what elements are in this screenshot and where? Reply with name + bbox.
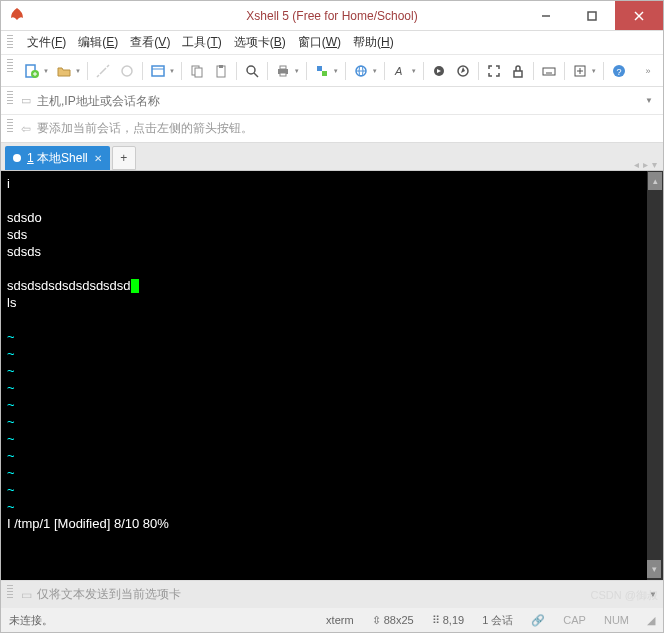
svg-point-15: [247, 66, 255, 74]
app-icon: [7, 6, 27, 26]
menubar: 文件(F)编辑(E)查看(V)工具(T)选项卡(B)窗口(W)帮助(H): [1, 31, 663, 55]
scroll-down-icon[interactable]: ▾: [647, 560, 661, 578]
terminal-line: sdsds: [7, 243, 657, 260]
tab-nav: ◂ ▸ ▾: [634, 159, 663, 170]
new-button[interactable]: [21, 60, 43, 82]
maximize-button[interactable]: [569, 1, 615, 30]
terminal[interactable]: i sdsdosdssdsds sdsdsdsdsdsdsdsdsd ls ~~…: [1, 171, 663, 580]
close-tab-icon[interactable]: ✕: [94, 153, 102, 164]
fullscreen-button[interactable]: [483, 60, 505, 82]
tab-local-shell[interactable]: 1 1 本地Shell本地Shell ✕: [5, 146, 110, 170]
resize-grip-icon[interactable]: ◢: [647, 614, 655, 627]
dropdown-arrow-icon[interactable]: ▼: [641, 96, 657, 105]
properties-button[interactable]: [147, 60, 169, 82]
transfer-button[interactable]: [311, 60, 333, 82]
addtab-button[interactable]: [569, 60, 591, 82]
menu-t[interactable]: 工具(T): [176, 32, 227, 53]
terminal-tilde: ~: [7, 481, 657, 498]
grip-icon: [7, 119, 13, 133]
copy-button[interactable]: [186, 60, 208, 82]
menu-b[interactable]: 选项卡(B): [228, 32, 292, 53]
compass-button[interactable]: [452, 60, 474, 82]
tab-add-button[interactable]: +: [112, 146, 136, 170]
lock-button[interactable]: [507, 60, 529, 82]
send-text: 仅将文本发送到当前选项卡: [37, 586, 181, 603]
status-caps: CAP: [563, 614, 586, 626]
chevron-icon[interactable]: »: [637, 60, 659, 82]
dropdown-arrow-icon[interactable]: ▼: [411, 68, 417, 74]
grip-icon: [7, 59, 13, 73]
hint-text: 要添加当前会话，点击左侧的箭头按钮。: [37, 120, 253, 137]
svg-rect-29: [543, 68, 555, 75]
svg-point-8: [122, 66, 132, 76]
grip-icon: [7, 35, 13, 49]
terminal-tilde: ~: [7, 379, 657, 396]
tab-next-icon[interactable]: ▸: [643, 159, 648, 170]
terminal-tilde: ~: [7, 362, 657, 379]
status-pos: ⠿ 8,19: [432, 614, 464, 627]
status-size: ⇳ 88x25: [372, 614, 414, 627]
search-button[interactable]: [241, 60, 263, 82]
terminal-line: sdsdo: [7, 209, 657, 226]
scrollbar[interactable]: ▴ ▾: [647, 171, 663, 580]
status-sessions: 1 会话: [482, 613, 513, 628]
svg-text:?: ?: [616, 67, 621, 77]
svg-text:A: A: [394, 65, 402, 77]
addressbar: ▭ ▼: [1, 87, 663, 115]
status-link-icon: 🔗: [531, 614, 545, 627]
address-input[interactable]: [37, 94, 641, 108]
add-session-icon[interactable]: ⇦: [21, 122, 37, 136]
terminal-tilde: ~: [7, 396, 657, 413]
tab-menu-icon[interactable]: ▾: [652, 159, 657, 170]
menu-h[interactable]: 帮助(H): [347, 32, 400, 53]
script-button[interactable]: [428, 60, 450, 82]
menu-v[interactable]: 查看(V): [124, 32, 176, 53]
dropdown-arrow-icon[interactable]: ▼: [75, 68, 81, 74]
status-termtype: xterm: [326, 614, 354, 626]
sendbar: ▭ 仅将文本发送到当前选项卡 ▼: [1, 580, 663, 608]
tabbar: 1 1 本地Shell本地Shell ✕ + ◂ ▸ ▾: [1, 143, 663, 171]
minimize-button[interactable]: [523, 1, 569, 30]
keyboard-button[interactable]: [538, 60, 560, 82]
font-button[interactable]: A: [389, 60, 411, 82]
svg-rect-20: [317, 66, 322, 71]
dropdown-arrow-icon[interactable]: ▼: [333, 68, 339, 74]
dropdown-arrow-icon[interactable]: ▼: [169, 68, 175, 74]
dropdown-arrow-icon[interactable]: ▼: [372, 68, 378, 74]
dropdown-arrow-icon[interactable]: ▼: [294, 68, 300, 74]
tab-prev-icon[interactable]: ◂: [634, 159, 639, 170]
disconnect-button[interactable]: [116, 60, 138, 82]
toolbar: ▼ ▼ ▼ ▼ ▼ ▼ A▼ ▼ ? »: [1, 55, 663, 87]
close-button[interactable]: [615, 1, 663, 30]
send-icon[interactable]: ▭: [21, 588, 37, 602]
menu-f[interactable]: 文件(F): [21, 32, 72, 53]
svg-rect-21: [322, 71, 327, 76]
terminal-tilde: ~: [7, 430, 657, 447]
svg-line-16: [254, 73, 258, 77]
terminal-line: sds: [7, 226, 657, 243]
print-button[interactable]: [272, 60, 294, 82]
grip-icon: [7, 585, 13, 599]
open-button[interactable]: [53, 60, 75, 82]
globe-button[interactable]: [350, 60, 372, 82]
dropdown-arrow-icon[interactable]: ▼: [43, 68, 49, 74]
svg-rect-28: [514, 71, 522, 77]
svg-rect-14: [219, 65, 223, 68]
paste-button[interactable]: [210, 60, 232, 82]
menu-w[interactable]: 窗口(W): [292, 32, 347, 53]
statusbar: 未连接。 xterm ⇳ 88x25 ⠿ 8,19 1 会话 🔗 CAP NUM…: [1, 608, 663, 632]
terminal-line: ls: [7, 294, 657, 311]
connect-button[interactable]: [92, 60, 114, 82]
menu-e[interactable]: 编辑(E): [72, 32, 124, 53]
dropdown-arrow-icon[interactable]: ▼: [649, 590, 657, 599]
tab-label: 1 1 本地Shell本地Shell: [27, 150, 88, 167]
dropdown-arrow-icon[interactable]: ▼: [591, 68, 597, 74]
svg-rect-19: [280, 73, 286, 76]
window-title: Xshell 5 (Free for Home/School): [246, 9, 417, 23]
terminal-tilde: ~: [7, 498, 657, 515]
terminal-tilde: ~: [7, 464, 657, 481]
scroll-up-icon[interactable]: ▴: [648, 172, 662, 190]
terminal-tilde: ~: [7, 413, 657, 430]
help-button[interactable]: ?: [608, 60, 630, 82]
terminal-tilde: ~: [7, 345, 657, 362]
